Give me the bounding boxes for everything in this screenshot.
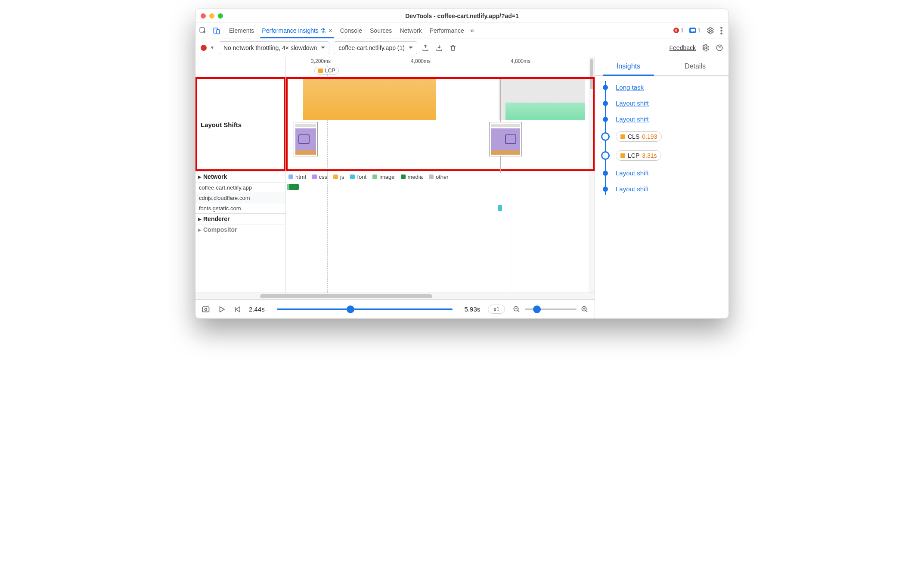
error-count-badge[interactable]: ✕ 1	[673, 28, 684, 34]
svg-point-3	[710, 29, 712, 31]
slider-thumb[interactable]	[533, 305, 541, 313]
insight-item[interactable]: Layout shift	[603, 165, 726, 181]
zoom-in-icon[interactable]	[581, 305, 589, 313]
export-icon[interactable]	[422, 44, 429, 52]
feedback-link[interactable]: Feedback	[670, 44, 696, 51]
swatch-icon	[333, 174, 338, 179]
zoom-out-icon[interactable]	[513, 305, 521, 313]
request-bar[interactable]	[287, 184, 289, 190]
request-bar[interactable]	[498, 205, 502, 211]
tab-details[interactable]: Details	[662, 57, 729, 75]
range-start-label: 2.44s	[249, 305, 265, 313]
tab-performance[interactable]: Performance	[430, 23, 464, 38]
toggle-visibility-icon[interactable]	[202, 305, 210, 314]
titlebar: DevTools - coffee-cart.netlify.app/?ad=1	[195, 9, 729, 23]
tab-performance-insights[interactable]: Performance insights ⚗ ×	[262, 23, 332, 38]
message-icon	[689, 28, 696, 33]
tab-console[interactable]: Console	[340, 23, 362, 38]
timeline-panel: Layout Shifts ▶ Network coffee-cart.netl…	[195, 57, 595, 318]
timeline-dot-icon	[603, 187, 608, 192]
device-toolbar-icon[interactable]	[213, 27, 220, 34]
horizontal-scrollbar[interactable]	[195, 293, 595, 299]
import-icon[interactable]	[435, 44, 443, 52]
insight-item[interactable]: CLS0.193	[603, 127, 726, 146]
network-section-toggle[interactable]: ▶ Network	[195, 171, 285, 182]
swatch-icon	[312, 174, 317, 179]
throttling-select[interactable]: No network throttling, 4× slowdown	[219, 41, 330, 54]
metric-pill[interactable]: CLS0.193	[616, 131, 662, 142]
tab-elements[interactable]: Elements	[229, 23, 254, 38]
message-count-badge[interactable]: 1	[689, 28, 701, 34]
timeline-dot-icon	[603, 101, 608, 106]
session-select[interactable]: coffee-cart.netlify.app (1)	[334, 41, 417, 54]
kebab-menu-icon[interactable]	[720, 27, 722, 34]
inspect-element-icon[interactable]	[199, 27, 207, 34]
playback-speed-button[interactable]: x1	[488, 305, 505, 314]
error-icon: ✕	[673, 28, 679, 33]
metric-pill[interactable]: LCP3.31s	[616, 150, 661, 161]
swatch-icon	[288, 174, 293, 179]
rewind-icon[interactable]	[233, 305, 241, 313]
tab-sources[interactable]: Sources	[370, 23, 392, 38]
insight-item[interactable]: Layout shift	[603, 111, 726, 127]
devtools-window: DevTools - coffee-cart.netlify.app/?ad=1…	[195, 9, 729, 319]
record-options-icon[interactable]: ▼	[210, 45, 214, 50]
network-host-row[interactable]: cdnjs.cloudflare.com	[195, 193, 285, 203]
slider-thumb[interactable]	[347, 305, 354, 313]
insights-toolbar: ▼ No network throttling, 4× slowdown cof…	[195, 38, 729, 57]
time-range-slider[interactable]	[277, 308, 453, 310]
svg-point-6	[720, 32, 722, 34]
caret-right-icon: ▶	[198, 217, 202, 221]
row-labels: Layout Shifts ▶ Network coffee-cart.netl…	[195, 57, 286, 293]
insight-link[interactable]: Layout shift	[616, 100, 649, 107]
network-legend: html css js font image media other	[286, 171, 595, 182]
compositor-section-toggle[interactable]: ▶ Compositor	[195, 224, 285, 235]
insight-item[interactable]: Layout shift	[603, 95, 726, 111]
tab-insights[interactable]: Insights	[595, 57, 662, 75]
insights-timeline: Long taskLayout shiftLayout shiftCLS0.19…	[603, 79, 726, 197]
activity-block[interactable]	[303, 79, 436, 120]
playback-bar: 2.44s 5.93s x1	[195, 299, 595, 318]
insight-link[interactable]: Long task	[616, 84, 644, 91]
help-icon[interactable]	[716, 44, 723, 52]
time-ruler: 3,200ms 4,000ms 4,800ms	[286, 57, 595, 66]
settings-icon[interactable]	[707, 27, 714, 34]
square-icon	[620, 153, 625, 158]
svg-point-5	[720, 29, 722, 31]
screenshot-thumbnail[interactable]	[294, 122, 318, 156]
insight-link[interactable]: Layout shift	[616, 185, 649, 193]
insight-item[interactable]: Long task	[603, 79, 726, 95]
layout-shifts-lane[interactable]	[286, 77, 595, 171]
insight-link[interactable]: Layout shift	[616, 169, 649, 177]
close-tab-icon[interactable]: ×	[329, 27, 332, 34]
svg-rect-9	[203, 307, 209, 312]
insight-item[interactable]: LCP3.31s	[603, 146, 726, 165]
play-icon[interactable]	[218, 305, 226, 313]
activity-block[interactable]	[505, 103, 585, 120]
more-tabs-icon[interactable]: »	[470, 27, 474, 34]
timeline-dot-icon	[603, 117, 608, 122]
square-icon	[318, 69, 323, 73]
svg-point-4	[720, 27, 722, 29]
timeline-dot-icon	[603, 171, 608, 176]
network-host-row[interactable]: coffee-cart.netlify.app	[195, 182, 285, 193]
insight-link[interactable]: Layout shift	[616, 115, 649, 123]
renderer-section-toggle[interactable]: ▶ Renderer	[195, 214, 285, 224]
timeline-chart[interactable]: 3,200ms 4,000ms 4,800ms LCP	[286, 57, 595, 293]
network-host-row[interactable]: fonts.gstatic.com	[195, 203, 285, 213]
timeline-dot-icon	[601, 151, 610, 160]
lcp-marker[interactable]: LCP	[314, 67, 339, 75]
zoom-slider[interactable]	[525, 308, 577, 310]
window-title: DevTools - coffee-cart.netlify.app/?ad=1	[195, 12, 729, 19]
caret-right-icon: ▶	[198, 227, 202, 232]
insight-item[interactable]: Layout shift	[603, 181, 726, 197]
range-end-label: 5.93s	[465, 305, 481, 313]
record-button[interactable]	[201, 45, 207, 51]
request-bar[interactable]	[288, 184, 299, 190]
swatch-icon	[429, 174, 434, 179]
svg-line-17	[586, 310, 587, 312]
tab-network[interactable]: Network	[400, 23, 422, 38]
panel-settings-icon[interactable]	[702, 44, 710, 52]
screenshot-thumbnail[interactable]	[489, 122, 522, 156]
delete-icon[interactable]	[449, 44, 457, 52]
